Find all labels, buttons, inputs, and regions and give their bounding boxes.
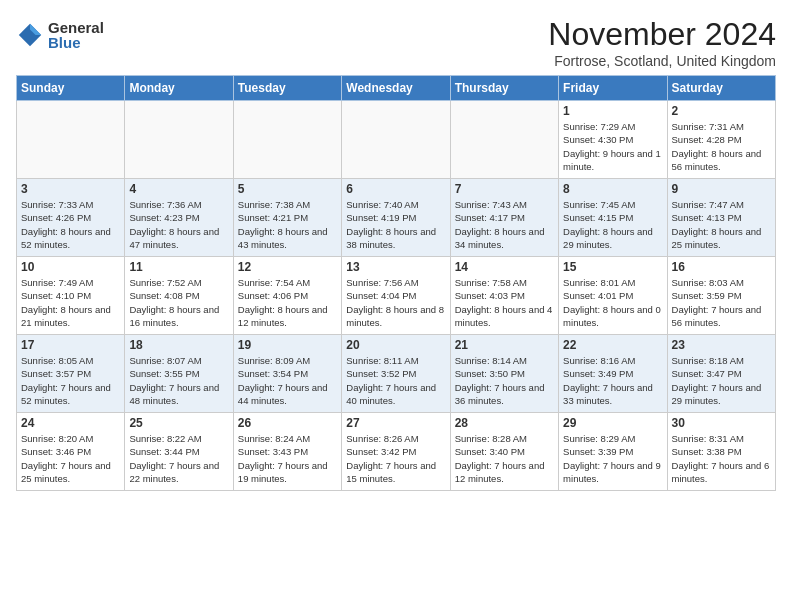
table-row: 11Sunrise: 7:52 AM Sunset: 4:08 PM Dayli…	[125, 257, 233, 335]
table-row: 24Sunrise: 8:20 AM Sunset: 3:46 PM Dayli…	[17, 413, 125, 491]
table-row: 1Sunrise: 7:29 AM Sunset: 4:30 PM Daylig…	[559, 101, 667, 179]
day-number: 30	[672, 416, 771, 430]
day-number: 24	[21, 416, 120, 430]
day-info: Sunrise: 7:56 AM Sunset: 4:04 PM Dayligh…	[346, 276, 445, 329]
day-info: Sunrise: 8:14 AM Sunset: 3:50 PM Dayligh…	[455, 354, 554, 407]
day-number: 5	[238, 182, 337, 196]
day-info: Sunrise: 7:31 AM Sunset: 4:28 PM Dayligh…	[672, 120, 771, 173]
day-number: 10	[21, 260, 120, 274]
day-number: 23	[672, 338, 771, 352]
table-row: 7Sunrise: 7:43 AM Sunset: 4:17 PM Daylig…	[450, 179, 558, 257]
table-row: 22Sunrise: 8:16 AM Sunset: 3:49 PM Dayli…	[559, 335, 667, 413]
day-number: 18	[129, 338, 228, 352]
table-row: 26Sunrise: 8:24 AM Sunset: 3:43 PM Dayli…	[233, 413, 341, 491]
table-row: 27Sunrise: 8:26 AM Sunset: 3:42 PM Dayli…	[342, 413, 450, 491]
table-row: 23Sunrise: 8:18 AM Sunset: 3:47 PM Dayli…	[667, 335, 775, 413]
table-row: 5Sunrise: 7:38 AM Sunset: 4:21 PM Daylig…	[233, 179, 341, 257]
day-info: Sunrise: 7:38 AM Sunset: 4:21 PM Dayligh…	[238, 198, 337, 251]
day-number: 4	[129, 182, 228, 196]
day-info: Sunrise: 8:01 AM Sunset: 4:01 PM Dayligh…	[563, 276, 662, 329]
logo-blue-text: Blue	[48, 35, 104, 50]
day-number: 17	[21, 338, 120, 352]
table-row	[125, 101, 233, 179]
day-number: 27	[346, 416, 445, 430]
day-info: Sunrise: 7:36 AM Sunset: 4:23 PM Dayligh…	[129, 198, 228, 251]
col-thursday: Thursday	[450, 76, 558, 101]
col-tuesday: Tuesday	[233, 76, 341, 101]
table-row: 21Sunrise: 8:14 AM Sunset: 3:50 PM Dayli…	[450, 335, 558, 413]
table-row: 4Sunrise: 7:36 AM Sunset: 4:23 PM Daylig…	[125, 179, 233, 257]
day-number: 28	[455, 416, 554, 430]
calendar-week-row: 3Sunrise: 7:33 AM Sunset: 4:26 PM Daylig…	[17, 179, 776, 257]
table-row	[342, 101, 450, 179]
day-info: Sunrise: 8:09 AM Sunset: 3:54 PM Dayligh…	[238, 354, 337, 407]
logo: General Blue	[16, 20, 104, 50]
day-info: Sunrise: 8:18 AM Sunset: 3:47 PM Dayligh…	[672, 354, 771, 407]
day-number: 26	[238, 416, 337, 430]
day-number: 19	[238, 338, 337, 352]
day-number: 15	[563, 260, 662, 274]
table-row: 3Sunrise: 7:33 AM Sunset: 4:26 PM Daylig…	[17, 179, 125, 257]
logo-text: General Blue	[48, 20, 104, 50]
day-info: Sunrise: 7:54 AM Sunset: 4:06 PM Dayligh…	[238, 276, 337, 329]
col-saturday: Saturday	[667, 76, 775, 101]
table-row: 25Sunrise: 8:22 AM Sunset: 3:44 PM Dayli…	[125, 413, 233, 491]
header: General Blue November 2024 Fortrose, Sco…	[16, 16, 776, 69]
table-row: 28Sunrise: 8:28 AM Sunset: 3:40 PM Dayli…	[450, 413, 558, 491]
day-info: Sunrise: 7:52 AM Sunset: 4:08 PM Dayligh…	[129, 276, 228, 329]
page: General Blue November 2024 Fortrose, Sco…	[0, 0, 792, 501]
table-row	[233, 101, 341, 179]
day-number: 1	[563, 104, 662, 118]
day-number: 29	[563, 416, 662, 430]
day-info: Sunrise: 7:29 AM Sunset: 4:30 PM Dayligh…	[563, 120, 662, 173]
day-number: 8	[563, 182, 662, 196]
day-number: 13	[346, 260, 445, 274]
calendar-week-row: 24Sunrise: 8:20 AM Sunset: 3:46 PM Dayli…	[17, 413, 776, 491]
table-row: 18Sunrise: 8:07 AM Sunset: 3:55 PM Dayli…	[125, 335, 233, 413]
day-number: 16	[672, 260, 771, 274]
day-info: Sunrise: 7:40 AM Sunset: 4:19 PM Dayligh…	[346, 198, 445, 251]
table-row: 12Sunrise: 7:54 AM Sunset: 4:06 PM Dayli…	[233, 257, 341, 335]
table-row: 10Sunrise: 7:49 AM Sunset: 4:10 PM Dayli…	[17, 257, 125, 335]
day-info: Sunrise: 8:20 AM Sunset: 3:46 PM Dayligh…	[21, 432, 120, 485]
col-friday: Friday	[559, 76, 667, 101]
day-info: Sunrise: 8:28 AM Sunset: 3:40 PM Dayligh…	[455, 432, 554, 485]
calendar-week-row: 10Sunrise: 7:49 AM Sunset: 4:10 PM Dayli…	[17, 257, 776, 335]
logo-general-text: General	[48, 20, 104, 35]
table-row: 14Sunrise: 7:58 AM Sunset: 4:03 PM Dayli…	[450, 257, 558, 335]
day-number: 9	[672, 182, 771, 196]
day-info: Sunrise: 8:26 AM Sunset: 3:42 PM Dayligh…	[346, 432, 445, 485]
day-info: Sunrise: 7:45 AM Sunset: 4:15 PM Dayligh…	[563, 198, 662, 251]
day-number: 11	[129, 260, 228, 274]
day-number: 25	[129, 416, 228, 430]
table-row: 29Sunrise: 8:29 AM Sunset: 3:39 PM Dayli…	[559, 413, 667, 491]
table-row: 9Sunrise: 7:47 AM Sunset: 4:13 PM Daylig…	[667, 179, 775, 257]
day-info: Sunrise: 7:43 AM Sunset: 4:17 PM Dayligh…	[455, 198, 554, 251]
table-row: 13Sunrise: 7:56 AM Sunset: 4:04 PM Dayli…	[342, 257, 450, 335]
day-info: Sunrise: 8:03 AM Sunset: 3:59 PM Dayligh…	[672, 276, 771, 329]
col-sunday: Sunday	[17, 76, 125, 101]
day-info: Sunrise: 8:05 AM Sunset: 3:57 PM Dayligh…	[21, 354, 120, 407]
day-number: 6	[346, 182, 445, 196]
col-wednesday: Wednesday	[342, 76, 450, 101]
day-info: Sunrise: 7:33 AM Sunset: 4:26 PM Dayligh…	[21, 198, 120, 251]
day-number: 20	[346, 338, 445, 352]
title-block: November 2024 Fortrose, Scotland, United…	[548, 16, 776, 69]
day-info: Sunrise: 8:11 AM Sunset: 3:52 PM Dayligh…	[346, 354, 445, 407]
table-row	[450, 101, 558, 179]
month-title: November 2024	[548, 16, 776, 53]
day-number: 3	[21, 182, 120, 196]
calendar-header-row: Sunday Monday Tuesday Wednesday Thursday…	[17, 76, 776, 101]
table-row: 19Sunrise: 8:09 AM Sunset: 3:54 PM Dayli…	[233, 335, 341, 413]
table-row	[17, 101, 125, 179]
day-info: Sunrise: 7:58 AM Sunset: 4:03 PM Dayligh…	[455, 276, 554, 329]
day-info: Sunrise: 7:49 AM Sunset: 4:10 PM Dayligh…	[21, 276, 120, 329]
col-monday: Monday	[125, 76, 233, 101]
table-row: 8Sunrise: 7:45 AM Sunset: 4:15 PM Daylig…	[559, 179, 667, 257]
day-info: Sunrise: 8:29 AM Sunset: 3:39 PM Dayligh…	[563, 432, 662, 485]
calendar-week-row: 1Sunrise: 7:29 AM Sunset: 4:30 PM Daylig…	[17, 101, 776, 179]
logo-icon	[16, 21, 44, 49]
day-info: Sunrise: 8:07 AM Sunset: 3:55 PM Dayligh…	[129, 354, 228, 407]
location: Fortrose, Scotland, United Kingdom	[548, 53, 776, 69]
day-number: 22	[563, 338, 662, 352]
